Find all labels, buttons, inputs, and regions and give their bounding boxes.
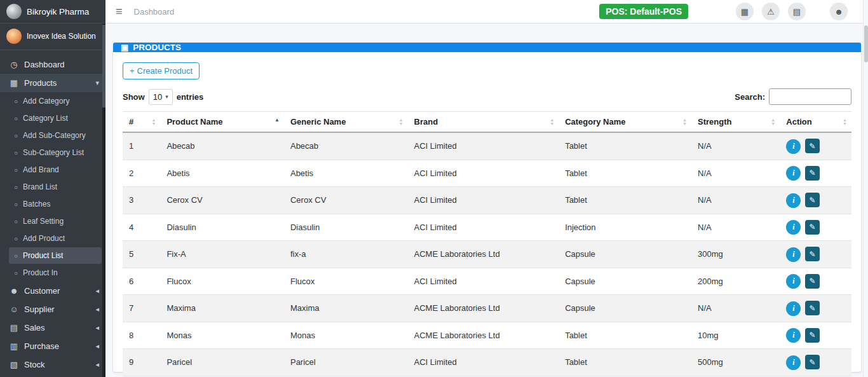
table-controls: Show 10 ▾ entries Search: [123,88,851,105]
supplier-icon: ☺ [9,305,19,314]
product-table-body: 1 Abecab Abecab ACI Limited Tablet N/A i… [123,132,851,377]
sidebar-scrollbar-thumb[interactable] [102,25,105,107]
brand-cell: ACME Laboratories Ltd [408,295,559,322]
edit-icon: ✎ [809,331,815,339]
column-header-generic-name[interactable]: Generic Name ▲▼ [284,112,408,133]
sort-icons: ▲▼ [771,118,775,126]
row-info-button[interactable]: i [786,247,801,262]
generic-name-cell: Diasulin [284,214,408,241]
archive-icon: ▤ [793,7,801,17]
sort-icons: ▲▼ [151,118,156,126]
sidebar-item-add-sub-category[interactable]: ○ Add Sub-Category [9,127,102,144]
sidebar-item-brand-list[interactable]: ○ Brand List [9,179,102,195]
row-edit-button[interactable]: ✎ [805,139,820,153]
row-edit-button[interactable]: ✎ [805,193,820,207]
sidebar-item-dashboard[interactable]: ◷ Dashboard [0,55,105,74]
sidebar-sub-item-label: Add Category [23,97,69,106]
row-edit-button[interactable]: ✎ [805,220,820,235]
table-row: 9 Paricel Paricel ACI Limited Tablet 500… [123,349,851,376]
sidebar-item-supplier[interactable]: ☺ Supplier ◂ [0,300,105,319]
user-menu-button[interactable]: ☻ [830,3,848,20]
table-row: 2 Abetis Abetis ACI Limited Tablet N/A i… [123,160,851,187]
calendar-icon-button[interactable]: ▦ [736,3,754,20]
column-header-category-name[interactable]: Category Name ▲▼ [559,112,691,133]
sidebar-item-batches[interactable]: ○ Batches [9,196,102,212]
archive-icon-button[interactable]: ▤ [788,3,806,20]
brand-cell: ACI Limited [408,160,559,187]
column-header-brand[interactable]: Brand ▲▼ [408,112,559,133]
alert-icon-button[interactable]: ⚠ [762,3,780,20]
sidebar: Bikroyik Pharma Inovex Idea Solution ◷ D… [0,0,105,377]
sidebar-item-sub-category-list[interactable]: ○ Sub-Category List [9,144,102,161]
page-scrollbar[interactable] [863,0,868,377]
column-header-number[interactable]: # ▲▼ [123,112,160,133]
generic-name-cell: fix-a [284,241,408,268]
row-number-cell: 3 [123,187,160,214]
sidebar-item-product-in[interactable]: ○ Product In [9,264,102,281]
category-name-cell: Tablet [559,160,691,187]
row-edit-button[interactable]: ✎ [805,328,820,343]
row-info-button[interactable]: i [786,274,801,289]
row-edit-button[interactable]: ✎ [805,274,820,289]
sidebar-sub-item-label: Product In [23,268,58,277]
column-header-product-name[interactable]: Product Name ▲▼ [160,112,284,133]
sidebar-item-add-product[interactable]: ○ Add Product [9,230,102,247]
info-icon: i [792,168,794,177]
breadcrumb[interactable]: Dashboard [134,7,175,17]
row-edit-button[interactable]: ✎ [805,301,820,315]
search-input[interactable] [769,88,851,105]
hamburger-menu-icon[interactable]: ≡ [116,5,123,18]
edit-icon: ✎ [809,358,815,367]
customer-icon: ☻ [9,286,19,296]
sidebar-sub-item-label: Brand List [23,182,57,191]
user-panel[interactable]: Inovex Idea Solution [0,24,105,50]
row-info-button[interactable]: i [786,139,801,154]
entries-select[interactable]: 10 ▾ [149,89,173,105]
sidebar-sub-item-label: Sub-Category List [23,148,84,157]
circle-icon: ○ [14,184,18,191]
row-info-button[interactable]: i [786,166,801,181]
sidebar-item-purchase[interactable]: ▥ Purchase ◂ [0,337,105,355]
sidebar-item-add-category[interactable]: ○ Add Category [9,93,102,109]
page-scrollbar-thumb[interactable] [864,25,868,62]
row-edit-button[interactable]: ✎ [805,355,820,369]
row-info-button[interactable]: i [786,301,801,316]
brand[interactable]: Bikroyik Pharma [0,0,105,24]
sidebar-scrollbar[interactable] [102,24,105,377]
edit-icon: ✎ [809,142,815,151]
row-number-cell: 7 [123,295,160,322]
brand-cell: ACI Limited [408,187,559,214]
row-info-button[interactable]: i [786,355,801,370]
info-icon: i [792,142,794,151]
sidebar-item-sales[interactable]: ▤ Sales ◂ [0,319,105,337]
products-panel-icon: ▣ [121,43,128,52]
sidebar-item-leaf-setting[interactable]: ○ Leaf Setting [9,213,102,230]
action-cell: i ✎ [780,187,851,214]
sidebar-item-customer[interactable]: ☻ Customer ◂ [0,282,105,300]
table-row: 5 Fix-A fix-a ACME Laboratories Ltd Caps… [123,241,851,268]
row-edit-button[interactable]: ✎ [805,247,820,261]
sidebar-item-add-brand[interactable]: ○ Add Brand [9,161,102,178]
edit-icon: ✎ [809,250,815,259]
sidebar-item-stock[interactable]: ▧ Stock ◂ [0,355,105,374]
purchase-icon: ▥ [9,341,19,351]
category-name-cell: Capsule [559,241,691,268]
row-info-button[interactable]: i [786,220,801,235]
row-info-button[interactable]: i [786,328,801,343]
row-info-button[interactable]: i [786,193,801,208]
sidebar-sub-item-label: Batches [23,200,50,209]
column-header-strength[interactable]: Strength ▲▼ [691,112,780,133]
show-label: Show [123,92,145,102]
column-header-action[interactable]: Action ▲▼ [780,112,851,133]
brand-cell: ACI Limited [408,132,559,160]
row-number-cell: 1 [123,132,160,160]
create-product-button[interactable]: + Create Product [123,62,200,79]
sidebar-item-product-list[interactable]: ○ Product List [9,247,102,264]
table-row: 6 Flucox Flucox ACI Limited Capsule 200m… [123,268,851,295]
edit-icon: ✎ [809,196,815,205]
sidebar-item-products[interactable]: ▦ Products ▾ [0,74,105,92]
chevron-left-icon: ◂ [95,360,99,369]
row-edit-button[interactable]: ✎ [805,166,820,181]
sidebar-item-category-list[interactable]: ○ Category List [9,110,102,127]
sidebar-item-label: Stock [24,360,45,369]
